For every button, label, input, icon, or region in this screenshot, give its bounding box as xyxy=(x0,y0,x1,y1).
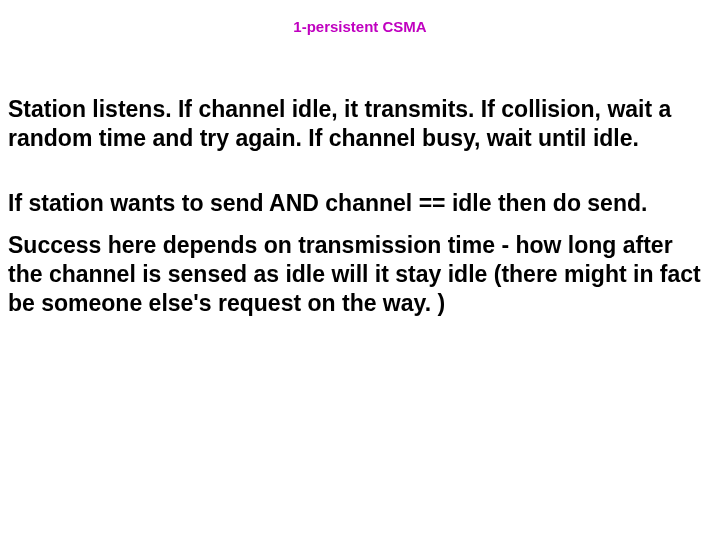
slide-title: 1-persistent CSMA xyxy=(0,0,720,95)
paragraph-3: Success here depends on transmission tim… xyxy=(8,231,712,317)
paragraph-1: Station listens. If channel idle, it tra… xyxy=(8,95,712,153)
paragraph-2: If station wants to send AND channel == … xyxy=(8,189,712,218)
slide-body: Station listens. If channel idle, it tra… xyxy=(0,95,720,318)
slide: 1-persistent CSMA Station listens. If ch… xyxy=(0,0,720,540)
